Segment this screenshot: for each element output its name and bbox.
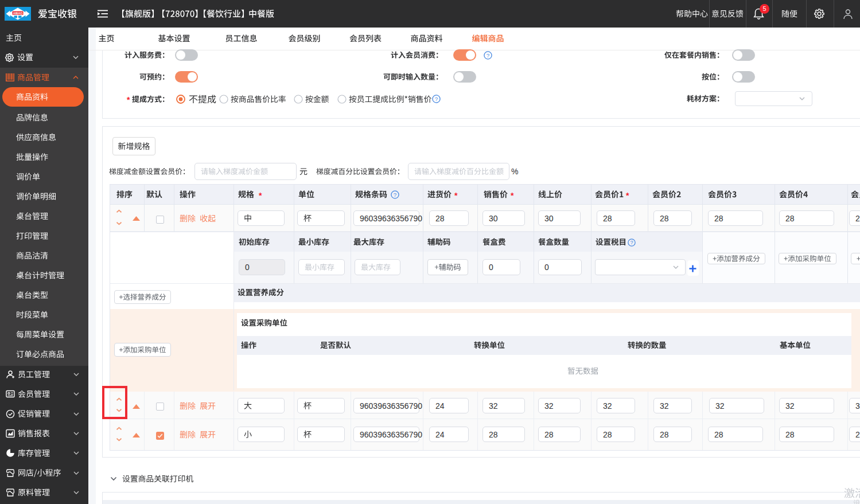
svg-text:?: ? — [486, 52, 489, 58]
svg-text:?: ? — [630, 240, 633, 245]
svg-text:?: ? — [434, 96, 438, 102]
svg-text:?: ? — [393, 191, 396, 197]
svg-text:AIBAO: AIBAO — [13, 11, 23, 15]
